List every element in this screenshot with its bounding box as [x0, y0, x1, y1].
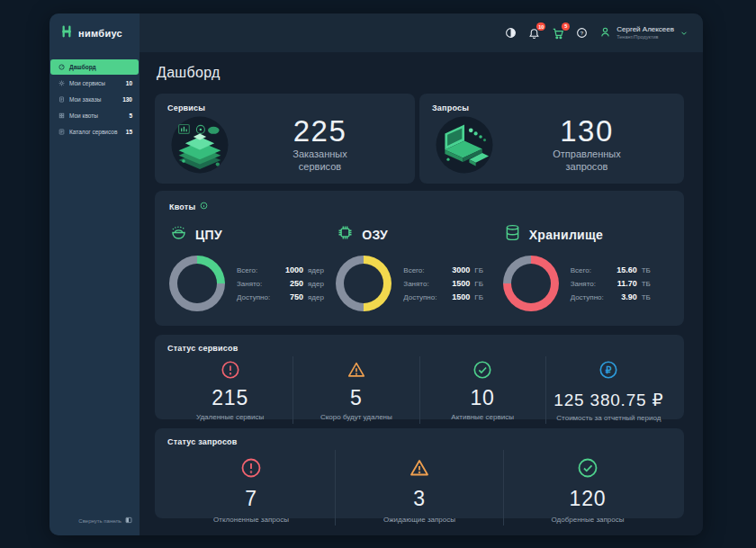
services-illustration	[167, 112, 232, 181]
quota-cpu: ЦПУ Всего:1000ядер Занято:250ядер Доступ…	[169, 223, 336, 311]
user-menu[interactable]: Сергей Алексеев Тенант/Продуктив	[599, 25, 688, 41]
sidebar-item-my-quotas[interactable]: Мои квоты 5	[50, 108, 139, 123]
sidebar: нимбиус Дашборд Мои сервисы 10	[50, 13, 140, 535]
warning-triangle-icon	[409, 457, 430, 482]
requests-card: Запросы	[419, 94, 684, 184]
approved-requests-stat: 120 Одобренные запросы	[503, 450, 671, 526]
quotas-panel: Квоты	[155, 191, 684, 326]
active-services-stat: 10 Активные сервисы	[419, 356, 545, 424]
notifications-bell-icon[interactable]: 10	[528, 27, 540, 39]
sidebar-item-count: 15	[126, 129, 132, 135]
collapse-panel-label: Свернуть панель	[78, 518, 122, 524]
svg-text:?: ?	[580, 31, 584, 36]
quota-storage: Хранилище Всего:15.60ТБ Занято:11.70ТБ Д…	[503, 223, 670, 311]
nimbius-logo-icon	[59, 24, 74, 42]
collapse-panel-icon	[125, 517, 132, 525]
topbar: 10 5 ? Сергей Алексеев Тенант/Продуктив	[140, 13, 703, 52]
pending-requests-stat: 3 Ожидающие запросы	[335, 450, 503, 526]
storage-donut-chart	[503, 256, 559, 311]
alert-circle-icon	[220, 360, 240, 383]
soon-deleted-services-stat: 5 Скоро будут удалены	[292, 356, 418, 424]
request-status-title: Статус запросов	[167, 437, 671, 446]
quota-storage-name: Хранилище	[529, 228, 604, 242]
dashboard-icon	[58, 64, 65, 70]
warning-triangle-icon	[346, 360, 366, 383]
check-circle-icon	[472, 360, 492, 383]
document-icon	[58, 96, 65, 103]
requests-count: 130	[560, 116, 614, 148]
theme-toggle-icon[interactable]	[505, 27, 517, 39]
cart-badge: 5	[562, 22, 570, 31]
request-status-panel: Статус запросов 7 Отклоненные запросы 3	[155, 428, 684, 518]
services-count: 225	[293, 116, 347, 148]
requests-illustration	[432, 112, 497, 181]
quotas-title: Квоты	[169, 202, 195, 211]
sidebar-item-label: Мои квоты	[69, 112, 124, 119]
database-icon	[503, 223, 522, 246]
cpu-icon	[169, 223, 188, 246]
quota-cpu-name: ЦПУ	[195, 228, 222, 242]
services-card: Сервисы	[155, 94, 415, 184]
service-status-panel: Статус сервисов 215 Удаленные сервисы 5	[155, 335, 684, 419]
chevron-down-icon	[680, 25, 688, 41]
sidebar-item-count: 10	[126, 80, 132, 86]
requests-count-label: Отправленных	[553, 148, 620, 159]
user-role: Тенант/Продуктив	[616, 34, 674, 40]
svg-text:₽: ₽	[606, 364, 612, 375]
grid-icon	[58, 112, 65, 119]
service-status-title: Статус сервисов	[167, 344, 671, 353]
quota-ram-name: ОЗУ	[362, 228, 388, 242]
help-icon[interactable]: ?	[576, 27, 588, 39]
sidebar-item-label: Мои заказы	[69, 96, 118, 103]
gear-icon	[58, 80, 65, 86]
ruble-circle-icon: ₽	[598, 360, 618, 383]
sidebar-item-my-services[interactable]: Мои сервисы 10	[50, 76, 139, 91]
sidebar-item-dashboard[interactable]: Дашборд	[50, 59, 139, 75]
user-name: Сергей Алексеев	[616, 25, 674, 34]
deleted-services-stat: 215 Удаленные сервисы	[167, 356, 292, 424]
sidebar-item-count: 5	[129, 112, 132, 119]
services-card-title: Сервисы	[167, 103, 402, 112]
logo[interactable]: нимбиус	[50, 13, 140, 52]
active-services-value: 10	[471, 387, 495, 409]
quota-ram: ОЗУ Всего:3000ГБ Занято:1500ГБ Доступно:…	[336, 223, 502, 311]
alert-circle-icon	[240, 457, 262, 482]
sidebar-item-label: Каталог сервисов	[69, 129, 122, 135]
requests-card-title: Запросы	[432, 103, 671, 112]
sidebar-nav: Дашборд Мои сервисы 10 Мои заказы 130	[50, 59, 140, 140]
ram-donut-chart	[336, 256, 392, 311]
ram-icon	[336, 223, 355, 246]
logo-text: нимбиус	[78, 28, 122, 39]
sidebar-item-my-orders[interactable]: Мои заказы 130	[50, 92, 139, 107]
user-icon	[599, 25, 611, 41]
notifications-badge: 10	[536, 22, 545, 31]
rejected-requests-stat: 7 Отклоненные запросы	[167, 450, 335, 526]
billing-period-cost-stat: ₽ 125 380.75 ₽ Стоимость за отчетный пер…	[545, 356, 671, 424]
sidebar-item-count: 130	[122, 96, 132, 103]
page-title: Дашборд	[157, 65, 684, 81]
collapse-panel-button[interactable]: Свернуть панель	[50, 517, 140, 535]
cpu-donut-chart	[169, 256, 225, 311]
info-icon[interactable]	[200, 202, 208, 211]
cart-icon[interactable]: 5	[552, 27, 564, 40]
services-count-label: Заказанных	[292, 148, 347, 159]
catalog-icon	[58, 129, 65, 135]
sidebar-item-service-catalog[interactable]: Каталог сервисов 15	[50, 124, 139, 139]
check-circle-icon	[577, 457, 598, 482]
dashboard-content: Дашборд Сервисы	[140, 52, 703, 535]
sidebar-item-label: Дашборд	[69, 64, 128, 70]
app-window: нимбиус Дашборд Мои сервисы 10	[50, 13, 703, 535]
sidebar-item-label: Мои сервисы	[69, 80, 122, 86]
